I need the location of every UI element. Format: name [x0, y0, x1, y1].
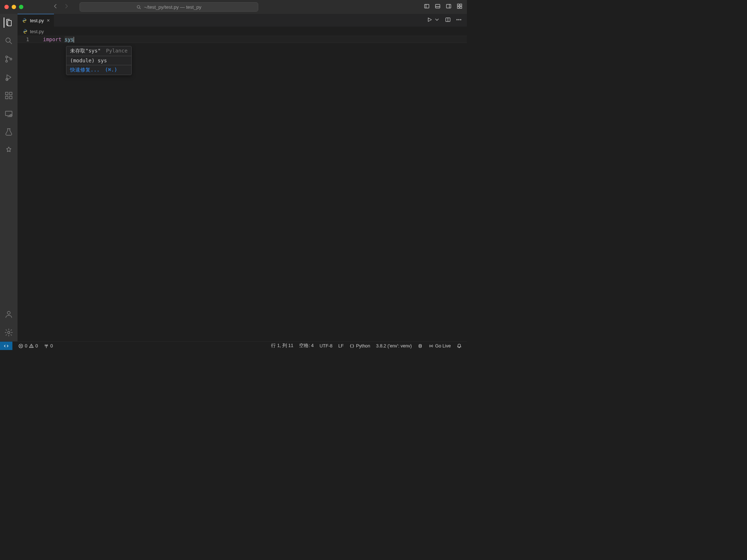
tab-close-icon[interactable]: × [47, 18, 50, 23]
svg-point-23 [458, 19, 459, 20]
status-ports[interactable]: 0 [41, 342, 56, 350]
status-cursor-position[interactable]: 行 1, 列 11 [268, 342, 296, 350]
svg-point-29 [431, 345, 432, 346]
svg-rect-2 [436, 4, 440, 8]
current-line-highlight [18, 36, 467, 43]
status-bar: 0 0 0 行 1, 列 11 空格: 4 UTF-8 LF Python 3.… [0, 341, 467, 350]
code-editor[interactable]: 1 import sys 未存取"sys" Pylance (module) s… [18, 36, 467, 341]
hover-diagnostic-source: Pylance [103, 48, 127, 54]
nav-back-icon[interactable] [53, 3, 58, 11]
status-eol[interactable]: LF [336, 342, 347, 350]
svg-point-26 [46, 345, 47, 346]
status-error-count: 0 [25, 343, 27, 349]
status-python-interpreter[interactable]: 3.8.2 ('env': venv) [373, 342, 415, 350]
breadcrumbs[interactable]: test.py [18, 27, 467, 36]
svg-point-10 [6, 61, 8, 62]
svg-rect-17 [5, 111, 12, 116]
window-maximize-button[interactable] [19, 5, 23, 9]
svg-point-22 [457, 19, 457, 20]
line-number-gutter: 1 [18, 36, 36, 43]
hover-signature-text: (module) sys [70, 58, 107, 63]
svg-rect-13 [5, 92, 8, 95]
nav-forward-icon[interactable] [63, 3, 69, 11]
hover-diagnostic-text: 未存取"sys" [70, 48, 101, 54]
svg-rect-16 [9, 92, 12, 95]
broadcast-icon [429, 343, 434, 349]
svg-point-28 [421, 346, 421, 346]
svg-rect-5 [460, 4, 462, 6]
status-go-live[interactable]: Go Live [426, 342, 454, 350]
svg-rect-14 [5, 96, 8, 99]
svg-rect-1 [425, 4, 429, 8]
svg-rect-4 [457, 4, 459, 6]
activity-extra-icon[interactable] [4, 145, 14, 155]
hover-quickfix-row[interactable]: 快速修复... (⌘.) [66, 65, 131, 75]
command-center-search[interactable]: ~/test_py/test.py — test_py [80, 2, 258, 12]
status-indentation[interactable]: 空格: 4 [296, 342, 317, 350]
status-warning-count: 0 [35, 343, 38, 349]
run-dropdown-icon[interactable] [434, 17, 440, 24]
activity-search-icon[interactable] [4, 36, 14, 46]
activity-remote-icon[interactable] [4, 109, 14, 119]
python-file-icon [23, 29, 28, 34]
hover-diagnostic-row: 未存取"sys" Pylance [66, 46, 131, 56]
radio-tower-icon [44, 343, 49, 349]
svg-rect-3 [446, 4, 451, 8]
status-language-mode[interactable]: Python [347, 342, 373, 350]
activity-accounts-icon[interactable] [4, 309, 14, 319]
activity-settings-icon[interactable] [4, 327, 14, 338]
more-actions-icon[interactable] [456, 17, 462, 24]
tab-active[interactable]: test.py × [18, 14, 54, 27]
svg-rect-7 [460, 7, 462, 8]
activity-bar [0, 14, 18, 341]
code-line-1: import sys [43, 36, 74, 43]
hover-quickfix-shortcut: (⌘.) [105, 67, 117, 73]
layout-secondary-side-icon[interactable] [446, 3, 452, 11]
editor-group: test.py × test.py 1 import [18, 14, 467, 341]
svg-rect-15 [9, 96, 12, 99]
svg-point-8 [6, 38, 10, 42]
error-icon [18, 343, 23, 349]
search-icon [136, 5, 141, 9]
braces-icon [349, 343, 355, 349]
split-editor-icon[interactable] [445, 17, 451, 24]
python-file-icon [22, 18, 27, 23]
svg-point-27 [419, 346, 420, 346]
status-encoding[interactable]: UTF-8 [317, 342, 335, 350]
svg-point-19 [7, 311, 10, 314]
svg-rect-6 [457, 7, 459, 8]
activity-run-debug-icon[interactable] [4, 72, 14, 82]
customize-layout-icon[interactable] [457, 3, 462, 11]
activity-testing-icon[interactable] [4, 127, 14, 137]
hover-quickfix-link[interactable]: 快速修复... [70, 67, 103, 73]
activity-extensions-icon[interactable] [4, 90, 14, 101]
window-traffic-lights [4, 5, 23, 9]
layout-primary-side-icon[interactable] [424, 3, 430, 11]
command-center-title: ~/test_py/test.py — test_py [144, 4, 201, 10]
status-notifications[interactable] [454, 342, 465, 350]
status-remote-button[interactable] [0, 342, 12, 350]
copilot-icon [418, 343, 423, 349]
line-number: 1 [18, 36, 29, 43]
status-copilot[interactable] [415, 342, 426, 350]
svg-point-24 [460, 19, 461, 20]
bell-icon [457, 343, 462, 349]
hover-tooltip: 未存取"sys" Pylance (module) sys 快速修复... (⌘… [66, 46, 132, 75]
activity-source-control-icon[interactable] [4, 54, 14, 64]
module-name-sys: sys [65, 36, 74, 42]
text-cursor [74, 37, 74, 43]
activity-explorer-icon[interactable] [4, 18, 14, 28]
svg-point-20 [8, 331, 10, 334]
status-ports-count: 0 [50, 343, 53, 349]
layout-panel-icon[interactable] [435, 3, 441, 11]
svg-point-0 [137, 5, 140, 8]
hover-signature-row: (module) sys [66, 56, 131, 65]
window-minimize-button[interactable] [12, 5, 16, 9]
title-bar: ~/test_py/test.py — test_py [0, 0, 467, 14]
warning-icon [29, 343, 34, 349]
window-close-button[interactable] [4, 5, 9, 9]
breadcrumb-file: test.py [30, 29, 44, 34]
run-file-icon[interactable] [427, 17, 433, 24]
status-errors-warnings[interactable]: 0 0 [15, 342, 41, 350]
tabs-bar: test.py × [18, 14, 467, 27]
